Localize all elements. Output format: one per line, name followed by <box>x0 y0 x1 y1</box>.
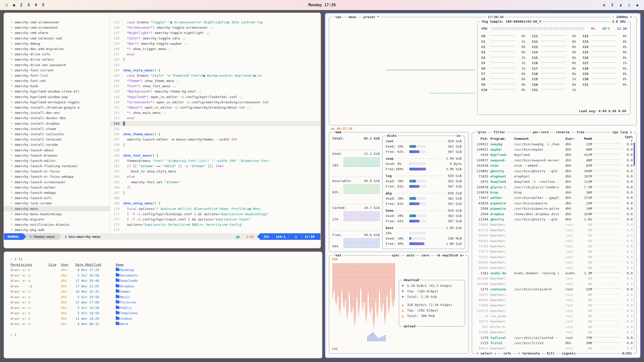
process-row[interactable]: 120921waybar/usr/bin/waybardhh68M0.0 <box>475 147 634 152</box>
process-row[interactable]: 110775kworker/root0B0.0 <box>475 308 634 313</box>
screencast-icon[interactable]: ⇄ <box>603 3 605 7</box>
file-item[interactable]: * omarchy-hyprland-workspace-toggle <box>11 100 110 105</box>
process-row[interactable]: 102100kworker/root0B0.0 <box>475 276 634 281</box>
select-keys[interactable]: ↑ select ↓ <box>475 351 497 356</box>
file-item[interactable]: * omarchy-drive-info <box>11 52 110 57</box>
file-item[interactable]: * omarchy-cmd-screensaver <box>11 20 110 25</box>
file-item[interactable]: * omarchy-launch-about <box>11 148 110 153</box>
header-mem[interactable]: MemB <box>580 137 592 141</box>
process-row[interactable]: 12244ghostty/usr/bin/ghostty --gtk-dhh1.… <box>475 217 634 222</box>
file-item[interactable]: * omarchy-install-docker-dbs <box>11 115 110 121</box>
file-item[interactable]: * omarchy-launch-browser <box>11 153 110 158</box>
file-item[interactable]: * omarchy-debug <box>11 41 110 46</box>
process-row[interactable]: 120937swayosd-/usr/bin/swayosd-serverdhh… <box>475 158 634 163</box>
process-row[interactable]: 120912swaybg/usr/bin/swaybg -i /homdhh12… <box>475 141 634 147</box>
volume-icon[interactable]: ♫ <box>628 3 630 7</box>
file-item[interactable]: * omarchy-install-chromium-google-a <box>11 105 110 110</box>
file-item[interactable]: * omarchy-cmd-screenshot <box>11 25 110 30</box>
header-user[interactable]: User: <box>565 137 580 141</box>
process-row[interactable]: 68402kworker/root0B0.0 <box>475 297 634 303</box>
file-item[interactable]: * omarchy-install-vscode <box>11 142 110 147</box>
terminate-button[interactable]: ⏎ terminate <box>517 351 541 356</box>
file-item[interactable]: * omarchy-launch-walker <box>11 185 110 190</box>
process-row[interactable]: 68583kworker/root0B0.0 <box>475 238 634 243</box>
process-row[interactable]: 2506pipewire/usr/bin/pipewire-pulsedhh14… <box>475 206 634 211</box>
file-item[interactable]: * omarchy-install-dropbox <box>11 121 110 126</box>
file-list[interactable]: * omarchy-cmd-screensaver* omarchy-cmd-s… <box>4 13 110 233</box>
file-item[interactable]: * omarchy-drive-select <box>11 57 110 62</box>
process-row[interactable]: 68586kworker/root0B0.0 <box>475 233 634 238</box>
file-item[interactable]: * omarchy-font-list <box>11 73 110 78</box>
workspace-5[interactable]: 5 <box>42 3 44 7</box>
file-item[interactable]: * omarchy-font-set <box>11 78 110 83</box>
file-item[interactable]: * omarchy-lock-screen <box>11 201 110 206</box>
bluetooth-icon[interactable]: ᛒ <box>611 3 614 7</box>
workspace-overview[interactable]: ▢ <box>6 3 8 7</box>
signals-button[interactable]: signals <box>560 351 577 356</box>
workspace-3[interactable]: 3 <box>27 3 30 7</box>
file-item[interactable]: * omarchy-launch-or-focus-webapp <box>11 174 110 179</box>
process-row[interactable]: 2125fcitx5/usr/bin/fcitx5dhh30M0.0 <box>475 340 634 346</box>
sort-selector[interactable]: cpu lazy ↕ <box>611 130 633 135</box>
auto-toggle[interactable]: auto <box>405 253 416 258</box>
network-interface[interactable]: ←b enp191s0 n→ <box>435 253 465 258</box>
process-row[interactable]: 63816pipewire/usr/bin/pipewiredhh25M0.0 <box>475 201 634 206</box>
file-item[interactable]: * omarchy-cmd-share <box>11 30 110 35</box>
cpu-box-label[interactable]: ¹cpu <box>332 15 343 20</box>
file-item[interactable]: * omarchy-font-current <box>11 68 110 73</box>
process-row[interactable]: 2075XwaylandXwayland :1 -rootless -dhh11… <box>475 179 634 184</box>
process-row[interactable]: 68584kworker/root0B0.0 <box>475 260 634 265</box>
process-row[interactable]: 73703kworker/root0B0.0 <box>475 244 634 249</box>
process-row[interactable]: 76575kworker/root0B0.0 <box>475 292 634 297</box>
file-item[interactable]: * omarchy-cmd-terminal-cwd <box>11 36 110 41</box>
process-row[interactable]: 102099kworker/root0B0.0 <box>475 281 634 287</box>
process-row[interactable]: 102638nvimnvim --embed .dhh63M0.0 <box>475 163 634 168</box>
disks-label[interactable]: disks <box>386 133 398 138</box>
proc-scrollbar-thumb[interactable] <box>634 143 635 166</box>
process-row[interactable]: 71835elephantelephantdhh397M0.0 <box>475 174 634 179</box>
code-lines[interactable]: 135 case $(menu "Toggle" "▣ Screensaver\… <box>110 13 320 233</box>
file-item[interactable]: * omarchy-install-terminal <box>11 137 110 142</box>
file-item[interactable]: * omarchy-migrate <box>11 217 110 222</box>
proc-box-label[interactable]: ⁴proc <box>475 130 488 135</box>
file-item[interactable]: * omarchy-launch-editor <box>11 158 110 163</box>
io-toggle[interactable]: io <box>455 133 462 138</box>
process-row[interactable]: 72073kworker/root0B0.0 <box>475 249 634 254</box>
process-row[interactable]: 73656kworker/root0B0.0 <box>475 303 634 308</box>
file-item[interactable]: * omarchy-install-tailscale <box>11 131 110 137</box>
filter-button[interactable]: filter <box>492 130 506 135</box>
process-row[interactable]: 72088kworker/root0B0.0 <box>475 330 634 335</box>
file-item[interactable]: * omarchy-drive-set-password <box>11 62 110 68</box>
power-icon[interactable]: ◉ <box>636 3 638 7</box>
info-button[interactable]: info <box>502 351 512 356</box>
file-item[interactable]: * omarchy-install-dev-env <box>11 110 110 115</box>
tree-toggle[interactable]: tree <box>575 130 586 135</box>
net-box-label[interactable]: ³net <box>332 253 343 258</box>
process-row[interactable]: 120878glycin-i/usr/lib/glycin-loadersdhh… <box>475 185 634 190</box>
menu-button[interactable]: menu <box>347 15 357 20</box>
preset-button[interactable]: preset * <box>362 15 381 20</box>
file-item[interactable]: * omarchy-launch-screensaver <box>11 179 110 185</box>
terminal[interactable]: ~ ❯ ls PermissionsSizeUserDate ModifiedN… <box>4 252 322 358</box>
file-item[interactable]: * omarchy-hook <box>11 83 110 89</box>
battery-icon[interactable]: ▮ <box>620 3 622 7</box>
sync-toggle[interactable]: sync <box>390 253 400 258</box>
workspace-4[interactable]: 4 <box>35 3 37 7</box>
file-item[interactable]: * omarchy-launch-floating-terminal- <box>11 163 110 169</box>
update-interval[interactable]: - 2000ms + <box>611 15 633 20</box>
process-row[interactable]: 76577kworker/root0B0.0 <box>475 319 634 324</box>
kill-button[interactable]: Kill <box>546 351 556 356</box>
file-item[interactable]: * omarchy-pkg-add <box>11 227 110 233</box>
process-row[interactable]: 1170tailscal/usr/sbin/tailscaled --root7… <box>475 335 634 340</box>
file-item[interactable]: * omarchy-menu <box>4 206 110 211</box>
file-item[interactable]: * omarchy-hyprland-window-pop <box>11 94 110 100</box>
process-row[interactable]: 74733kworker/root0B0.0 <box>475 254 634 260</box>
file-item[interactable]: * omarchy-launch-or-focus <box>11 169 110 174</box>
process-row[interactable]: 81310kworker/root0B0.0 <box>475 228 634 233</box>
process-row[interactable]: 1275containe/usr/bin/containerdroot52M0.… <box>475 287 634 292</box>
per-core-toggle[interactable]: per-core <box>532 130 550 135</box>
process-row[interactable]: 95673kworker/root0B0.0 <box>475 346 634 351</box>
file-item[interactable]: * omarchy-launch-webapp <box>11 190 110 195</box>
file-item[interactable]: * omarchy-notification-dismiss <box>11 222 110 227</box>
workspace-2[interactable]: 2 <box>20 3 22 7</box>
